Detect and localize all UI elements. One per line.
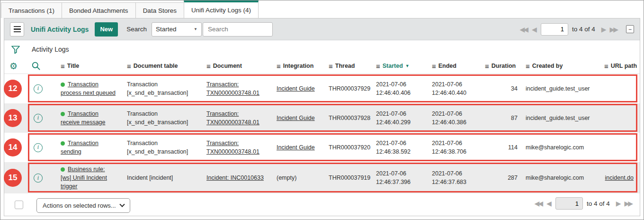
- table-row: i Transaction process next queued Transa…: [4, 74, 640, 103]
- screen: Transactions (1)Bonded AttachmentsData S…: [0, 0, 644, 220]
- tab-transactions-1[interactable]: Transactions (1): [1, 2, 62, 18]
- started-cell: 2021-07-06 12:46:38.592: [371, 136, 427, 159]
- page-number-input[interactable]: [555, 197, 583, 210]
- thread-cell: THR000037928: [323, 111, 371, 125]
- new-button[interactable]: New: [95, 22, 118, 37]
- info-icon[interactable]: i: [34, 143, 43, 152]
- column-header-title[interactable]: ≡ Title: [55, 62, 122, 70]
- tab-bonded-attachments[interactable]: Bonded Attachments: [62, 2, 136, 18]
- document-link[interactable]: Transaction: TXN0000003748.01: [206, 140, 259, 155]
- info-icon[interactable]: i: [34, 174, 43, 183]
- list-search-button[interactable]: [31, 61, 41, 71]
- title-link[interactable]: Transaction sending: [61, 140, 98, 155]
- select-all-checkbox[interactable]: [15, 201, 23, 209]
- ended-cell: 2021-07-06 12:46:38.706: [427, 136, 480, 159]
- column-header-started[interactable]: ≡ Started ▼: [371, 62, 427, 70]
- title-link[interactable]: Transaction receive message: [61, 110, 106, 126]
- column-header-integration[interactable]: ≡ Integration: [271, 62, 323, 70]
- integration-link[interactable]: Incident Guide: [277, 115, 315, 121]
- column-menu-icon: ≡: [206, 62, 211, 70]
- ended-cell: 2021-07-06 12:46:40.386: [427, 107, 480, 129]
- column-header-duration[interactable]: ≡ Duration: [480, 62, 520, 70]
- title-cell: Transaction process next queued: [55, 77, 122, 100]
- prev-page-button[interactable]: ◀: [529, 26, 538, 33]
- list-header: ⚙ ≡ Title ≡ Document table ≡ Document ≡ …: [4, 58, 640, 74]
- duration-cell: 34: [480, 82, 520, 96]
- tab-unifi-activity-logs-4[interactable]: Unifi Activity Logs (4): [184, 0, 259, 18]
- list-caption-row: Activity Logs: [4, 40, 640, 58]
- column-header-document-table[interactable]: ≡ Document table: [122, 62, 201, 70]
- created-by-cell: mike@sharelogic.com: [520, 140, 599, 155]
- title-cell: Transaction receive message: [55, 107, 122, 129]
- tab-data-stores[interactable]: Data Stores: [135, 2, 184, 18]
- column-menu-icon: ≡: [127, 62, 131, 70]
- document-link[interactable]: Transaction: TXN0000003748.01: [206, 110, 259, 126]
- document-link[interactable]: Incident: INC0010633: [206, 174, 264, 181]
- title-link[interactable]: Transaction process next queued: [61, 81, 116, 96]
- document-cell: Incident: INC0010633: [201, 171, 271, 185]
- list-caption: Activity Logs: [32, 46, 69, 53]
- search-field-select[interactable]: Started ▼: [152, 22, 202, 37]
- annotation-badge: 14: [4, 138, 22, 156]
- integration-cell: Incident Guide: [271, 111, 323, 125]
- list-menu-button[interactable]: [10, 22, 24, 37]
- page-number-input[interactable]: [541, 23, 568, 36]
- document-cell: Transaction: TXN0000003748.01: [201, 77, 271, 100]
- list-toolbar: Unifi Activity Logs New Search Started ▼…: [4, 18, 640, 40]
- gear-icon: ⚙: [9, 62, 18, 71]
- document-link[interactable]: Transaction: TXN0000003748.01: [206, 81, 259, 96]
- column-header-document[interactable]: ≡ Document: [201, 62, 271, 70]
- actions-select[interactable]: Actions on selected rows...: [36, 198, 130, 213]
- url-path-cell: [599, 86, 640, 92]
- integration-link[interactable]: Incident Guide: [277, 144, 315, 151]
- search-label: Search: [126, 26, 147, 33]
- table-row: i Transaction receive message Transactio…: [4, 103, 640, 133]
- personalize-list-button[interactable]: ⚙: [9, 62, 18, 71]
- search-field-value: Started: [156, 26, 177, 33]
- last-page-button[interactable]: ▶▶: [607, 26, 619, 33]
- actions-select-value: Actions on selected rows...: [43, 202, 116, 209]
- created-by-cell: incident_guide.test_user: [520, 82, 599, 96]
- top-pagination: ◀◀ ◀ to 4 of 4 ▶ ▶▶ −: [518, 23, 634, 36]
- integration-link[interactable]: (empty): [277, 174, 296, 181]
- first-page-button[interactable]: ◀◀: [532, 200, 545, 207]
- column-menu-icon: ≡: [432, 62, 436, 70]
- prev-page-button[interactable]: ◀: [544, 200, 553, 207]
- info-icon[interactable]: i: [34, 84, 43, 93]
- column-header-thread[interactable]: ≡ Thread: [323, 62, 371, 70]
- ended-cell: 2021-07-06 12:46:40.440: [427, 77, 480, 100]
- search-input[interactable]: [203, 22, 273, 37]
- column-header-ended[interactable]: ≡ Ended: [427, 62, 480, 70]
- status-dot: [61, 167, 65, 172]
- duration-cell: 87: [480, 111, 520, 125]
- started-cell: 2021-07-06 12:46:40.406: [371, 77, 427, 100]
- collapse-list-button[interactable]: −: [626, 25, 634, 33]
- annotation-badge: 12: [4, 80, 22, 98]
- column-header-created-by[interactable]: ≡ Created by: [520, 62, 599, 70]
- url-path-cell: [599, 145, 640, 150]
- integration-cell: Incident Guide: [271, 140, 323, 155]
- title-link[interactable]: Business rule: [ws] Unifi Incident trigg…: [61, 166, 107, 190]
- chevron-down-icon: [119, 202, 125, 207]
- thread-cell: THR000037920: [323, 140, 371, 155]
- filter-button[interactable]: [10, 44, 21, 55]
- list-body: i Transaction process next queued Transa…: [4, 74, 640, 193]
- integration-link[interactable]: Incident Guide: [277, 85, 315, 92]
- info-icon[interactable]: i: [34, 114, 43, 123]
- annotation-badge: 15: [4, 169, 22, 187]
- document-table-cell: Transaction [x_snd_eb_transaction]: [122, 77, 201, 100]
- first-page-button[interactable]: ◀◀: [518, 26, 530, 33]
- tab-bar: Transactions (1)Bonded AttachmentsData S…: [0, 0, 644, 18]
- last-page-button[interactable]: ▶▶: [622, 200, 634, 207]
- integration-cell: Incident Guide: [271, 82, 323, 96]
- document-table-cell: Transaction [x_snd_eb_transaction]: [122, 107, 201, 129]
- list-footer: Actions on selected rows... ◀◀ ◀ to 4 of…: [4, 193, 640, 216]
- column-menu-icon: ≡: [277, 62, 281, 70]
- column-header-url-path[interactable]: ≡ URL path: [599, 62, 643, 70]
- title-cell: Transaction sending: [55, 136, 122, 159]
- annotation-badge: 13: [4, 109, 22, 127]
- url-path-link[interactable]: incident.do: [605, 174, 634, 181]
- next-page-button[interactable]: ▶: [599, 26, 608, 33]
- next-page-button[interactable]: ▶: [614, 200, 622, 207]
- header-tools-cell: ⚙: [4, 58, 55, 73]
